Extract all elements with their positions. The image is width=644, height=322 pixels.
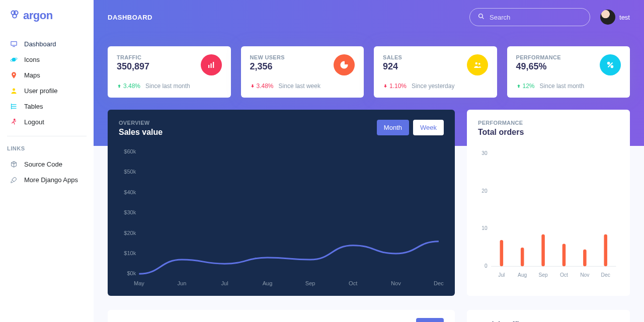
search-input[interactable] xyxy=(490,14,582,21)
planet-icon xyxy=(9,56,18,63)
sidebar-item-label: Tables xyxy=(24,103,43,110)
svg-text:Oct: Oct xyxy=(560,272,568,278)
svg-rect-43 xyxy=(500,240,504,266)
user-name: test xyxy=(619,14,630,21)
main-nav: DashboardIconsMapsUser profileTablesLogo… xyxy=(0,36,94,130)
search-box[interactable] xyxy=(469,8,590,26)
arrow-up-icon xyxy=(117,84,122,89)
svg-rect-18 xyxy=(213,62,214,68)
sidebar-item-icons[interactable]: Icons xyxy=(3,52,91,67)
orders-chart: PERFORMANCE Total orders 0102030JulAugSe… xyxy=(467,110,630,296)
list-icon xyxy=(9,103,18,110)
sidebar-item-dashboard[interactable]: Dashboard xyxy=(3,36,91,52)
svg-rect-49 xyxy=(562,244,566,267)
svg-text:Nov: Nov xyxy=(580,272,590,278)
svg-point-14 xyxy=(479,14,483,18)
links-header: LINKS xyxy=(0,142,94,156)
avatar xyxy=(600,10,615,25)
svg-text:Nov: Nov xyxy=(391,280,401,286)
sidebar-item-label: Icons xyxy=(24,56,40,63)
sidebar-item-label: User profile xyxy=(24,87,57,95)
sidebar-item-label: Dashboard xyxy=(24,40,56,48)
sidebar-item-label: Logout xyxy=(24,118,44,126)
stat-delta: 12% xyxy=(516,83,535,90)
sidebar-item-source-code[interactable]: Source Code xyxy=(3,156,91,172)
social-traffic-panel: Social traffic x xyxy=(467,310,630,322)
svg-rect-47 xyxy=(541,234,545,266)
run-icon xyxy=(9,118,18,126)
svg-text:May: May xyxy=(134,280,144,286)
sidebar-item-logout[interactable]: Logout xyxy=(3,114,91,130)
sidebar-item-tables[interactable]: Tables xyxy=(3,99,91,114)
svg-text:$60k: $60k xyxy=(124,148,136,154)
sidebar-item-more-django-apps[interactable]: More Django Apps xyxy=(3,172,91,188)
svg-text:Oct: Oct xyxy=(349,280,357,286)
svg-point-22 xyxy=(608,62,610,64)
arrow-down-icon xyxy=(383,84,388,89)
stat-since: Since last week xyxy=(279,83,320,90)
rocket-icon xyxy=(9,176,18,184)
stat-label: SALES xyxy=(383,54,467,60)
main-content: DASHBOARD test TRAFFIC350,8973.48%Since … xyxy=(94,0,644,322)
sidebar-item-maps[interactable]: Maps xyxy=(3,67,91,83)
pin-icon xyxy=(9,71,18,79)
stat-value: 924 xyxy=(383,61,467,72)
svg-text:$30k: $30k xyxy=(124,209,136,215)
stat-since: Since last month xyxy=(145,83,190,90)
nav-separator xyxy=(7,136,87,136)
svg-rect-3 xyxy=(11,42,16,46)
page-visits-panel: See all xyxy=(108,310,455,322)
svg-point-8 xyxy=(13,89,15,91)
sales-chart-overline: OVERVIEW xyxy=(119,120,377,126)
stat-value: 49,65% xyxy=(516,61,600,72)
box-icon xyxy=(9,160,18,168)
links-nav: Source CodeMore Django Apps xyxy=(0,156,94,188)
svg-text:Jun: Jun xyxy=(178,280,187,286)
svg-text:10: 10 xyxy=(481,225,488,231)
svg-point-13 xyxy=(14,119,15,120)
svg-rect-16 xyxy=(208,65,209,68)
stat-label: PERFORMANCE xyxy=(516,54,600,60)
stat-delta: 3.48% xyxy=(250,83,274,90)
svg-text:Sep: Sep xyxy=(305,280,315,286)
see-all-button[interactable]: See all xyxy=(416,318,444,322)
users-icon xyxy=(467,54,488,75)
page-title: DASHBOARD xyxy=(108,14,152,21)
sales-chart: OVERVIEW Sales value Month Week $0k$10k$… xyxy=(108,110,455,296)
bar-chart-icon xyxy=(201,54,222,75)
sidebar-item-user-profile[interactable]: User profile xyxy=(3,83,91,99)
svg-text:$20k: $20k xyxy=(124,230,136,236)
user-menu[interactable]: test xyxy=(600,10,630,25)
sales-chart-title: Sales value xyxy=(119,128,377,137)
svg-text:0: 0 xyxy=(485,263,488,269)
monitor-icon xyxy=(9,40,18,48)
topbar: DASHBOARD test xyxy=(94,0,644,34)
sidebar-item-label: More Django Apps xyxy=(24,176,78,184)
stat-card-new-users: NEW USERS2,3563.48%Since last week xyxy=(241,46,364,98)
orders-chart-title: Total orders xyxy=(478,128,619,137)
svg-text:$10k: $10k xyxy=(124,250,136,256)
arrow-down-icon xyxy=(250,84,255,89)
svg-text:$0k: $0k xyxy=(127,270,136,276)
tab-month[interactable]: Month xyxy=(377,120,409,135)
stat-value: 350,897 xyxy=(117,61,201,72)
stat-label: NEW USERS xyxy=(250,54,334,60)
svg-text:20: 20 xyxy=(481,188,488,194)
arrow-up-icon xyxy=(516,84,521,89)
sidebar: argon DashboardIconsMapsUser profileTabl… xyxy=(0,0,94,322)
stat-card-traffic: TRAFFIC350,8973.48%Since last month xyxy=(108,46,231,98)
svg-text:Aug: Aug xyxy=(518,272,527,278)
svg-text:Jul: Jul xyxy=(221,280,228,286)
svg-text:$50k: $50k xyxy=(124,169,136,175)
chart-range-tabs: Month Week xyxy=(377,120,444,135)
svg-text:$40k: $40k xyxy=(124,189,136,195)
stat-card-performance: PERFORMANCE49,65%12%Since last month xyxy=(507,46,630,98)
svg-line-15 xyxy=(482,17,484,19)
svg-point-7 xyxy=(13,73,14,75)
svg-point-23 xyxy=(611,66,613,68)
search-icon xyxy=(478,13,485,22)
stat-delta: 3.48% xyxy=(117,83,140,90)
tab-week[interactable]: Week xyxy=(413,120,444,135)
tables-row: See all Social traffic x xyxy=(94,310,644,322)
brand[interactable]: argon xyxy=(0,0,94,36)
